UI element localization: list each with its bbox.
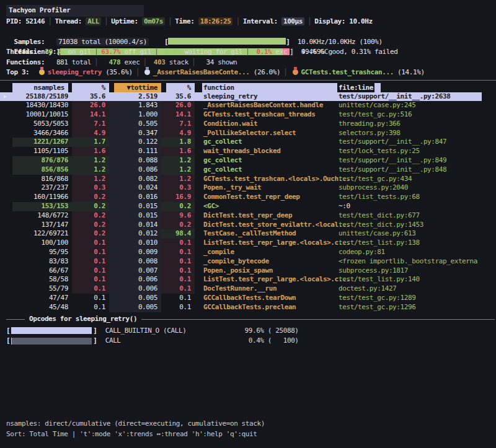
table-row[interactable]: 237/2370.30.0240.3Popen._try_waitsubproc… — [0, 183, 496, 193]
column-header-file-line[interactable]: file:line — [337, 83, 496, 92]
cell-tottime: 0.111 — [109, 147, 161, 156]
cell-nsamples: 55/79 — [12, 284, 72, 294]
top3-function-name[interactable]: GCTests.test_trashcan... — [301, 68, 398, 76]
table-row[interactable]: 83/830.10.0080.1_compile_bytecode<frozen… — [0, 257, 496, 266]
cell-function-name: GCTests.test_trashcan_threads — [202, 110, 337, 120]
cell-percent-cumulative: 26.0 — [161, 101, 195, 110]
stat-metric-unit: GC — [321, 48, 328, 56]
separator: │ — [101, 17, 111, 25]
top3-function-name[interactable]: sleeping_retry — [48, 68, 105, 76]
cell-file-line: test/test_list.py:140 — [337, 275, 496, 284]
cell-function-name: DictTest.test_repr_deep — [202, 211, 337, 221]
cell-file-line: unittest/case.py:245 — [337, 101, 496, 110]
top3-function-name[interactable]: _AssertRaisesBaseConte... — [153, 68, 254, 76]
cell-nsamples: 25188/25189 — [12, 92, 72, 102]
column-header-function[interactable]: function — [202, 83, 337, 92]
stat-label: Display: — [314, 17, 349, 25]
table-row[interactable]: 3466/34664.90.3474.9_PollLikeSelector.se… — [0, 129, 496, 138]
cell-nsamples: 153/153 — [12, 202, 72, 211]
opcode-row: [] CALL_BUILTIN_O (CALL)99.6% ( 25088) — [6, 326, 496, 336]
medal-silver-icon — [144, 69, 150, 75]
bracket: [ — [6, 336, 10, 346]
cell-percent-direct: 0.1 — [72, 275, 109, 284]
footer-keybinds: Sort: Total Time | 't':mode 'x':trends ↔… — [6, 429, 496, 440]
cell-file-line: ~:0 — [337, 202, 496, 211]
stat-label: Uptime: — [111, 17, 142, 25]
cell-function-name: GCTests.test_trashcan.<locals>.Ouch... — [202, 175, 337, 184]
table-row[interactable]: 816/8681.20.0821.2GCTests.test_trashcan.… — [0, 175, 496, 184]
stat-metric-value: 34 — [198, 58, 218, 66]
table-row[interactable]: 5053/50537.10.5057.1Condition.waitthread… — [0, 120, 496, 129]
table-row-selected[interactable]: ▶25188/2518935.62.51935.6sleeping_retryt… — [0, 92, 496, 102]
stat-value-interval: 100µs — [281, 17, 304, 25]
cell-percent-cumulative: 1.2 — [161, 156, 195, 165]
cell-tottime: 0.005 — [109, 303, 161, 312]
cell-function-name: Popen._try_wait — [202, 183, 337, 193]
cell-percent-cumulative: 0.1 — [161, 284, 195, 294]
separator: │ — [188, 58, 198, 66]
column-header-pct1[interactable]: % — [72, 83, 109, 92]
cell-percent-cumulative: 0.1 — [161, 275, 195, 284]
stat-metric-value: 4.4% — [297, 48, 320, 56]
table-row[interactable]: 153/1530.20.0150.2<GC>~:0 — [0, 202, 496, 211]
table-row[interactable]: 876/8761.20.0881.2gc_collecttest/support… — [0, 156, 496, 165]
cell-function-name: _PollLikeSelector.select — [202, 129, 337, 138]
separator: │ — [165, 17, 175, 25]
table-row[interactable]: 856/8561.20.0861.2gc_collecttest/support… — [0, 165, 496, 175]
table-row[interactable]: 55/790.10.0060.1DocTestRunner.__rundocte… — [0, 284, 496, 294]
cell-percent-direct: 26.0 — [72, 101, 109, 110]
table-row[interactable]: 45/480.10.0050.1GCCallbackTests.preclean… — [0, 303, 496, 312]
opcode-stats: 99.6% ( 25088) — [244, 326, 298, 336]
cell-percent-cumulative: 0.1 — [161, 294, 195, 303]
table-row[interactable]: 1105/11051.60.1111.6wait_threads_blocked… — [0, 147, 496, 156]
separator: │ — [232, 17, 242, 25]
cell-function-name: wait_threads_blocked — [202, 147, 337, 156]
cell-tottime: 0.088 — [109, 156, 161, 165]
table-row[interactable]: 18430/1843026.01.84326.0_AssertRaisesBas… — [0, 101, 496, 110]
stat-label: Interval: — [243, 17, 281, 25]
table-row[interactable]: 10001/1001514.11.00014.1GCTests.test_tra… — [0, 110, 496, 120]
stat-metric-unit: shown — [218, 58, 237, 66]
column-header-nsamples[interactable]: nsamples — [12, 83, 68, 92]
status-line-top3: Top 3: sleeping_retry (35.6%)│_AssertRai… — [6, 68, 496, 78]
table-row[interactable]: 58/580.10.0060.1ListTest.test_repr_large… — [0, 275, 496, 284]
cell-tottime: 0.006 — [109, 275, 161, 284]
opcode-name: CALL — [97, 336, 244, 346]
cell-percent-direct: 1.6 — [72, 147, 109, 156]
table-row[interactable]: 160/119660.20.01616.9CommonTest.test_rep… — [0, 193, 496, 202]
cell-file-line: test/test_list.py:138 — [337, 239, 496, 248]
cell-file-line: test/support/__init__.py:847 — [337, 138, 496, 147]
cell-nsamples: 1221/1267 — [12, 138, 72, 147]
table-row[interactable]: 137/1470.20.0140.2DictTest.test_store_ev… — [0, 221, 496, 230]
separator: │ — [91, 48, 101, 56]
cell-percent-cumulative: 1.8 — [161, 138, 195, 147]
cell-tottime: 0.007 — [109, 266, 161, 276]
stat-metric-value: 881 — [48, 58, 71, 66]
separator: │ — [91, 58, 101, 66]
cell-percent-direct: 0.1 — [72, 257, 109, 266]
cell-percent-direct: 0.1 — [72, 294, 109, 303]
stat-metric-unit: off gil — [125, 48, 152, 56]
column-header-pct2[interactable]: % — [166, 83, 195, 92]
cell-percent-direct: 0.1 — [72, 248, 109, 257]
cell-percent-direct: 0.2 — [72, 202, 109, 211]
cell-percent-direct: 4.9 — [72, 129, 109, 138]
cell-file-line: test/test_gc.py:1289 — [337, 294, 496, 303]
table-row[interactable]: 148/67720.20.0159.6DictTest.test_repr_de… — [0, 211, 496, 221]
table-row[interactable]: 100/1000.10.0100.1ListTest.test_repr_lar… — [0, 239, 496, 248]
stat-label: PID: — [6, 17, 25, 25]
table-row[interactable]: 1221/12671.70.1221.8gc_collecttest/suppo… — [0, 138, 496, 147]
table-row[interactable]: 47/470.10.0050.1GCCallbackTests.tearDown… — [0, 294, 496, 303]
top3-label: Top 3: — [6, 68, 37, 76]
cell-percent-direct: 1.7 — [72, 138, 109, 147]
table-row[interactable]: 66/670.10.0070.1Popen._posix_spawnsubpro… — [0, 266, 496, 276]
table-row[interactable]: 95/950.10.0090.1_compilecodeop.py:81 — [0, 248, 496, 257]
cell-function-name: CommonTest.test_repr_deep — [202, 193, 337, 202]
cell-percent-cumulative: 4.9 — [161, 129, 195, 138]
cell-file-line: test/test_dict.py:677 — [337, 211, 496, 221]
cell-percent-direct: 1.2 — [72, 175, 109, 184]
column-header-tottime-sorted[interactable]: ▼tottime — [114, 83, 161, 92]
table-row[interactable]: 122/697210.20.01298.4TestCase._callTestM… — [0, 229, 496, 239]
cell-percent-direct: 7.1 — [72, 120, 109, 129]
cell-tottime: 0.009 — [109, 248, 161, 257]
